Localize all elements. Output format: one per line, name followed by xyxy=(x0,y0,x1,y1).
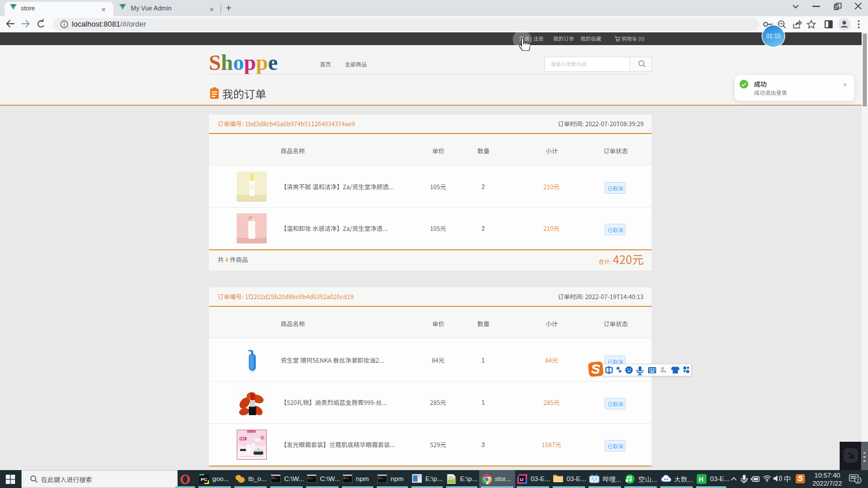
svg-text:F:\—: F:\— xyxy=(344,477,350,480)
svg-text:F:\—: F:\— xyxy=(308,477,314,480)
svg-text:IJ: IJ xyxy=(520,478,524,482)
svg-text:2: 2 xyxy=(856,478,859,483)
svg-text:H: H xyxy=(699,476,704,483)
svg-text:F:\—: F:\— xyxy=(378,477,384,480)
svg-text:F:\—: F:\— xyxy=(272,477,278,480)
svg-text:PC: PC xyxy=(201,477,207,482)
